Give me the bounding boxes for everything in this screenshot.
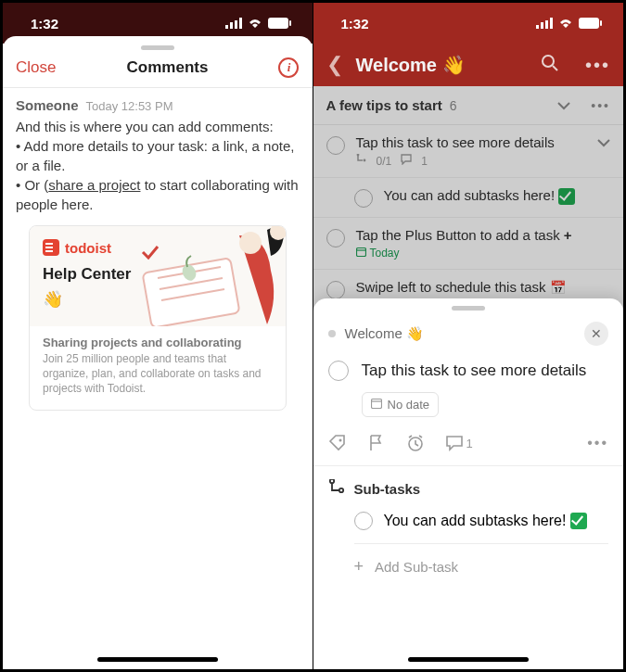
task-checkbox[interactable] <box>354 189 373 208</box>
status-indicators <box>225 18 292 29</box>
status-time: 1:32 <box>31 16 58 32</box>
reminder-icon[interactable] <box>406 434 425 452</box>
comment-count: 1 <box>421 155 428 168</box>
task-title: You can add subtasks here! <box>384 187 556 203</box>
chevron-down-icon[interactable] <box>597 134 610 168</box>
status-bar: 1:32 <box>313 3 624 44</box>
close-icon[interactable]: ✕ <box>584 322 608 346</box>
svg-rect-4 <box>268 18 288 29</box>
back-icon[interactable]: ❮ <box>326 55 343 75</box>
comment-author: Someone <box>16 97 79 113</box>
task-checkbox[interactable] <box>354 512 373 530</box>
cellular-icon <box>225 18 242 29</box>
task-title: Swipe left to schedule this task <box>356 279 546 295</box>
comments-modal: Close Comments i Someone Today 12:53 PM … <box>3 36 313 662</box>
svg-rect-13 <box>536 25 539 29</box>
status-indicators <box>536 18 603 29</box>
share-project-link[interactable]: share a project <box>48 177 140 193</box>
chevron-down-icon[interactable] <box>557 98 570 113</box>
todoist-logo-icon <box>43 239 59 256</box>
task-row[interactable]: Tap the Plus Button to add a task + Toda… <box>313 218 624 270</box>
svg-line-20 <box>553 66 557 70</box>
project-color-dot-icon <box>328 330 336 337</box>
comment-icon <box>401 154 412 168</box>
breadcrumb[interactable]: Welcome 👋 ✕ <box>313 312 624 353</box>
svg-rect-23 <box>356 248 365 257</box>
task-title: Tap the Plus Button to add a task <box>356 227 560 243</box>
task-checkbox[interactable] <box>328 361 349 381</box>
plus-icon: + <box>354 557 364 577</box>
comment-line: And this is where you can add comments: <box>16 117 300 136</box>
svg-rect-14 <box>541 22 543 29</box>
due-date-chip[interactable]: No date <box>362 392 440 417</box>
breadcrumb-project: Welcome <box>345 325 402 341</box>
comment-line: • Or (share a project to start collabora… <box>16 175 300 214</box>
svg-rect-1 <box>230 22 233 29</box>
task-title: Tap this task to see more details <box>356 134 587 150</box>
svg-point-22 <box>363 159 365 162</box>
wave-emoji: 👋 <box>442 54 466 76</box>
battery-icon <box>579 18 603 29</box>
svg-rect-15 <box>545 20 548 29</box>
task-row[interactable]: Tap this task to see more details 0/1 1 <box>313 125 624 178</box>
grabber-handle[interactable] <box>141 45 174 50</box>
label-icon[interactable] <box>328 434 347 452</box>
calendar-emoji-icon: 📅 <box>550 280 566 295</box>
close-button[interactable]: Close <box>16 58 56 77</box>
wave-emoji: 👋 <box>43 289 63 310</box>
svg-rect-3 <box>239 18 242 29</box>
project-title: Welcome <box>356 55 437 76</box>
subtask-title: You can add subtasks here! <box>384 513 567 528</box>
calendar-icon <box>371 398 382 412</box>
battery-icon <box>268 18 292 29</box>
section-title: A few tips to start <box>326 97 442 113</box>
comment-timestamp: Today 12:53 PM <box>86 99 173 113</box>
comment: Someone Today 12:53 PM And this is where… <box>3 88 313 411</box>
task-checkbox[interactable] <box>326 136 345 155</box>
svg-rect-18 <box>600 20 602 26</box>
svg-point-29 <box>329 479 333 483</box>
grabber-handle[interactable] <box>452 306 485 311</box>
home-indicator[interactable] <box>408 657 529 662</box>
subtask-row[interactable]: You can add subtasks here! <box>354 499 609 544</box>
section-header[interactable]: A few tips to start 6 ••• <box>313 86 624 125</box>
section-count: 6 <box>450 98 457 113</box>
section-more-icon[interactable]: ••• <box>591 98 610 113</box>
plus-icon: + <box>564 227 572 243</box>
brand-name: todoist <box>65 240 111 256</box>
comment-body: And this is where you can add comments: … <box>16 117 300 214</box>
svg-rect-0 <box>225 25 228 29</box>
card-description: Join 25 million people and teams that or… <box>43 351 273 397</box>
task-detail-sheet: Welcome 👋 ✕ Tap this task to see more de… <box>313 298 624 669</box>
info-icon[interactable]: i <box>278 57 299 78</box>
wifi-icon <box>248 18 262 29</box>
svg-point-10 <box>239 232 262 254</box>
task-checkbox[interactable] <box>326 281 345 299</box>
card-illustration <box>119 226 286 326</box>
subtask-count-icon <box>356 154 367 168</box>
svg-rect-16 <box>550 18 553 29</box>
svg-rect-25 <box>371 399 381 409</box>
flag-icon[interactable] <box>367 434 386 452</box>
comment-icon[interactable]: 1 <box>445 434 473 452</box>
more-icon[interactable]: ••• <box>585 55 610 76</box>
due-date-label: No date <box>388 398 430 412</box>
due-date: Today <box>370 247 400 260</box>
task-checkbox[interactable] <box>326 229 345 247</box>
check-mark-icon <box>570 513 587 529</box>
add-subtask-button[interactable]: + Add Sub-task <box>354 544 609 577</box>
svg-rect-2 <box>235 20 237 29</box>
svg-point-21 <box>356 154 359 156</box>
task-title[interactable]: Tap this task to see more details <box>362 361 587 380</box>
svg-rect-5 <box>289 20 291 26</box>
help-center-card[interactable]: todoist Help Center 👋 <box>29 225 287 411</box>
search-icon[interactable] <box>541 54 559 77</box>
task-row[interactable]: You can add subtasks here! <box>313 178 624 218</box>
home-indicator[interactable] <box>97 657 218 662</box>
svg-rect-17 <box>579 18 599 29</box>
more-icon[interactable]: ••• <box>587 435 608 451</box>
subtasks-icon <box>328 479 345 499</box>
modal-title: Comments <box>127 58 209 77</box>
svg-point-19 <box>543 56 554 67</box>
wifi-icon <box>558 18 573 29</box>
